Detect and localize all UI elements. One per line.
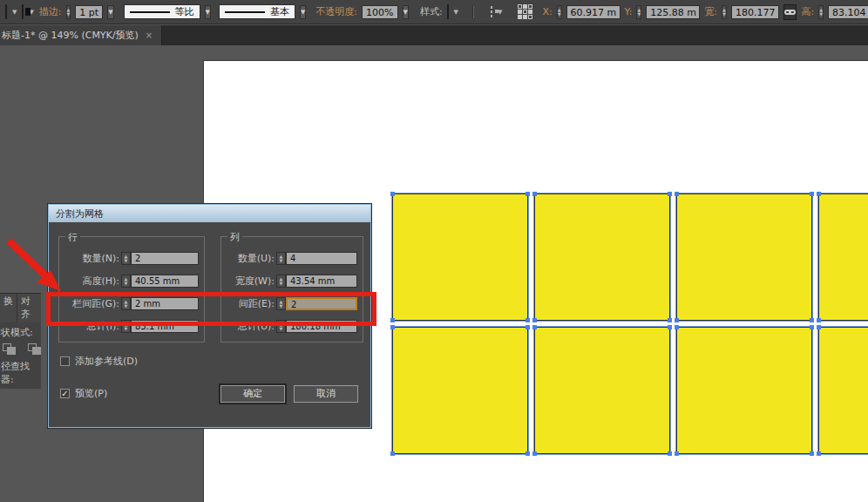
tab-close-icon[interactable]: × bbox=[146, 31, 153, 40]
shape-mode-minus-front-icon[interactable] bbox=[28, 343, 41, 355]
grid-cell[interactable] bbox=[392, 327, 528, 454]
selection-handle[interactable] bbox=[390, 318, 395, 322]
height-stepper[interactable]: ▲▼ bbox=[818, 5, 824, 19]
columns-group-legend: 列 bbox=[227, 231, 242, 244]
width-profile-value: 等比 bbox=[175, 5, 194, 18]
stroke-weight-stepper[interactable]: ▲▼ bbox=[66, 5, 71, 19]
width-profile-select[interactable]: 等比 bbox=[124, 4, 200, 19]
grid-cell[interactable] bbox=[818, 327, 868, 454]
selection-handle[interactable] bbox=[526, 451, 530, 456]
rows-number-stepper[interactable]: ▲▼ bbox=[121, 252, 131, 265]
selection-handle[interactable] bbox=[810, 325, 814, 329]
selection-handle[interactable] bbox=[390, 325, 395, 329]
opacity-label[interactable]: 不透明度: bbox=[315, 5, 357, 18]
grid-cell[interactable] bbox=[392, 193, 528, 321]
select-similar-icon[interactable] bbox=[491, 6, 492, 17]
pathfinder-label: 径查找器: bbox=[0, 356, 41, 386]
opacity-dropdown[interactable]: ▼ bbox=[403, 5, 409, 19]
fill-color-swatch[interactable] bbox=[5, 4, 7, 19]
height-label: 高: bbox=[801, 5, 814, 18]
grid-cell[interactable] bbox=[676, 327, 812, 454]
cols-number-label: 数量(U): bbox=[226, 252, 275, 265]
selection-handle[interactable] bbox=[817, 318, 821, 322]
constrain-proportions-link-icon[interactable] bbox=[783, 4, 797, 20]
selection-handle[interactable] bbox=[668, 325, 672, 329]
cols-width-label: 宽度(W): bbox=[226, 275, 275, 288]
height-input[interactable]: 83.104 bbox=[828, 5, 868, 19]
selection-handle[interactable] bbox=[526, 325, 530, 329]
opacity-input[interactable]: 100% bbox=[362, 5, 397, 19]
rows-height-input[interactable]: 40.55 mm bbox=[131, 275, 199, 288]
selection-handle[interactable] bbox=[668, 451, 672, 456]
selection-handle[interactable] bbox=[810, 192, 814, 196]
y-stepper[interactable]: ▲▼ bbox=[636, 5, 641, 19]
width-profile-dropdown[interactable]: ▼ bbox=[205, 5, 211, 19]
selection-handle[interactable] bbox=[810, 318, 814, 322]
brush-dropdown[interactable]: ▼ bbox=[300, 5, 306, 19]
preview-checkbox[interactable]: ✓ bbox=[60, 389, 70, 398]
stroke-color-swatch[interactable] bbox=[22, 4, 24, 19]
y-input[interactable]: 125.88 m bbox=[646, 5, 700, 19]
brush-preview-icon bbox=[225, 11, 265, 13]
pathfinder-panel: 换 对齐 状模式: 径查找器: bbox=[0, 293, 41, 389]
x-stepper[interactable]: ▲▼ bbox=[557, 5, 562, 19]
style-dropdown-icon[interactable]: ▼ bbox=[453, 9, 459, 16]
cancel-button[interactable]: 取消 bbox=[294, 385, 358, 403]
grid-cell[interactable] bbox=[818, 193, 868, 321]
selection-handle[interactable] bbox=[675, 325, 679, 329]
rows-number-input[interactable]: 2 bbox=[131, 252, 199, 265]
brush-select[interactable]: 基本 bbox=[219, 4, 295, 19]
selection-handle[interactable] bbox=[532, 192, 537, 196]
cols-width-input[interactable]: 43.54 mm bbox=[286, 275, 357, 288]
brush-value: 基本 bbox=[270, 5, 289, 18]
grid-cell[interactable] bbox=[534, 327, 670, 454]
spin-down-icon: ▼ bbox=[67, 12, 71, 17]
x-input[interactable]: 60.917 m bbox=[566, 5, 620, 19]
selection-handle[interactable] bbox=[668, 318, 672, 322]
style-swatch[interactable] bbox=[447, 4, 449, 19]
grid-cell[interactable] bbox=[534, 193, 670, 321]
stroke-weight-label[interactable]: 描边: bbox=[39, 5, 62, 18]
selection-handle[interactable] bbox=[675, 451, 679, 456]
add-guides-checkbox[interactable] bbox=[60, 356, 70, 366]
cols-number-stepper[interactable]: ▲▼ bbox=[276, 252, 286, 265]
cols-width-stepper[interactable]: ▲▼ bbox=[276, 275, 286, 288]
selection-handle[interactable] bbox=[817, 192, 821, 196]
selection-handle[interactable] bbox=[390, 451, 395, 456]
selection-handle[interactable] bbox=[675, 192, 679, 196]
document-tab[interactable]: 标题-1* @ 149% (CMYK/预览) × bbox=[0, 25, 162, 45]
stroke-weight-input[interactable]: 1 pt bbox=[75, 5, 103, 19]
selection-handle[interactable] bbox=[526, 318, 530, 322]
dialog-title[interactable]: 分割为网格 bbox=[49, 205, 370, 222]
selection-handle[interactable] bbox=[390, 192, 395, 196]
fill-dropdown-icon[interactable]: ▼ bbox=[11, 9, 17, 16]
control-bar: ▼ ▼ 描边: ▲▼ 1 pt ▼ 等比 ▼ 基本 ▼ 不透明度: 100% ▼… bbox=[0, 0, 868, 24]
add-guides-label: 添加参考线(D) bbox=[75, 355, 138, 368]
selection-handle[interactable] bbox=[817, 451, 821, 456]
selection-handle[interactable] bbox=[668, 192, 672, 196]
cols-number-input[interactable]: 4 bbox=[286, 252, 357, 265]
y-label: Y: bbox=[625, 6, 633, 17]
document-tab-title: 标题-1* @ 149% (CMYK/预览) bbox=[2, 29, 139, 42]
selection-handle[interactable] bbox=[532, 451, 537, 456]
width-input[interactable]: 180.177 bbox=[731, 5, 780, 19]
rows-height-stepper[interactable]: ▲▼ bbox=[121, 275, 131, 288]
line-preview-icon bbox=[130, 11, 170, 13]
grid-cell[interactable] bbox=[676, 193, 812, 321]
selection-handle[interactable] bbox=[532, 325, 537, 329]
rows-group: 行 数量(N): ▲▼ 2 高度(H): ▲▼ 40.55 mm 栏间距(G):… bbox=[58, 236, 205, 343]
ok-button[interactable]: 确定 bbox=[220, 385, 285, 403]
reference-point-proxy-icon[interactable] bbox=[518, 4, 532, 19]
width-stepper[interactable]: ▲▼ bbox=[722, 5, 727, 19]
selection-handle[interactable] bbox=[817, 325, 821, 329]
recolor-artwork-icon[interactable] bbox=[472, 5, 474, 19]
red-annotation-rectangle bbox=[46, 292, 376, 326]
red-annotation-arrow bbox=[0, 232, 78, 302]
shape-modes-label: 状模式: bbox=[0, 322, 41, 339]
selection-handle[interactable] bbox=[532, 318, 537, 322]
shape-mode-unite-icon[interactable] bbox=[3, 343, 16, 355]
selection-handle[interactable] bbox=[810, 451, 814, 456]
selection-handle[interactable] bbox=[675, 318, 679, 322]
stroke-weight-dropdown[interactable]: ▼ bbox=[107, 5, 113, 19]
selection-handle[interactable] bbox=[526, 192, 530, 196]
